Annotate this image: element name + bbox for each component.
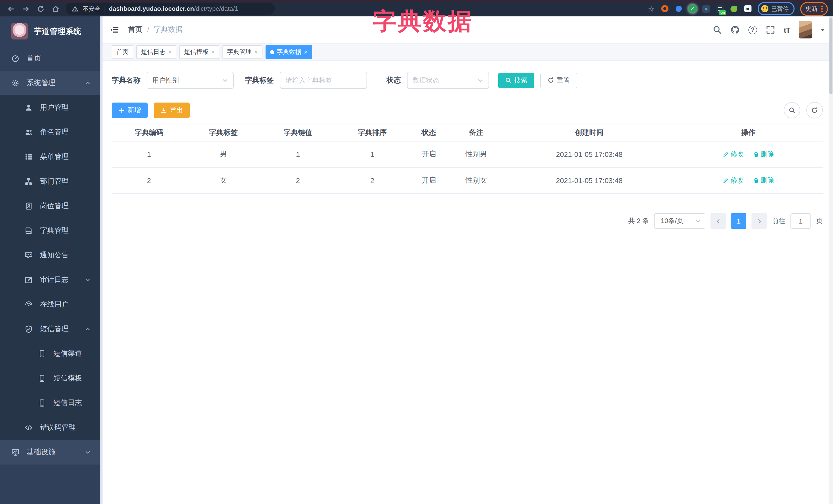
- reset-button[interactable]: 重置: [540, 73, 577, 88]
- col-status: 状态: [410, 124, 448, 141]
- close-icon[interactable]: ×: [211, 49, 215, 55]
- export-button[interactable]: 导出: [154, 102, 190, 118]
- font-size-icon[interactable]: tT: [784, 25, 790, 34]
- app-title: 芋道管理系统: [34, 26, 81, 36]
- goto-page-input[interactable]: [790, 213, 811, 229]
- sidebar: 芋道管理系统 首页 系统管理 用户管理: [0, 17, 100, 504]
- sidebar-item-error-code-management[interactable]: 错误码管理: [0, 415, 100, 440]
- page-content: 字典名称 用户性别 字典标签 状态 数据状态: [102, 61, 833, 504]
- col-actions: 操作: [674, 124, 823, 141]
- sidebar-item-sms-channel[interactable]: 短信渠道: [0, 341, 100, 366]
- phone-icon: [38, 374, 46, 383]
- next-page-button[interactable]: [752, 213, 767, 229]
- address-bar[interactable]: 不安全 dashboard.yudao.iocoder.cn/dict/type…: [66, 3, 275, 15]
- delete-link[interactable]: 删除: [753, 176, 774, 185]
- page-number-1[interactable]: 1: [731, 213, 746, 229]
- app-logo-row[interactable]: 芋道管理系统: [0, 17, 100, 46]
- sidebar-scrollbar[interactable]: [100, 17, 102, 504]
- github-icon[interactable]: [731, 25, 740, 34]
- stats-extension-icon[interactable]: [702, 5, 710, 13]
- breadcrumb-home[interactable]: 首页: [128, 25, 143, 34]
- address-separator: [104, 5, 105, 12]
- sidebar-group-system-management[interactable]: 系统管理: [0, 71, 100, 95]
- prev-page-button[interactable]: [711, 213, 726, 229]
- page-size-select[interactable]: 10条/页: [654, 213, 705, 229]
- sidebar-item-user-management[interactable]: 用户管理: [0, 95, 100, 120]
- goto-label: 前往: [772, 216, 785, 225]
- col-dict-sort: 字典排序: [335, 124, 409, 141]
- gear-icon: [11, 79, 20, 87]
- close-icon[interactable]: ×: [304, 49, 308, 55]
- not-secure-warning-icon: [72, 5, 78, 12]
- breadcrumb-separator: /: [147, 26, 149, 34]
- search-button[interactable]: 搜索: [498, 73, 534, 88]
- screen: 不安全 dashboard.yudao.iocoder.cn/dict/type…: [0, 0, 833, 504]
- dict-label-input[interactable]: [280, 72, 367, 89]
- home-icon[interactable]: [52, 5, 60, 13]
- status-label: 状态: [386, 76, 401, 85]
- col-dict-label: 字典标签: [186, 124, 260, 141]
- help-icon[interactable]: ?: [748, 25, 757, 34]
- sidebar-item-sms-log[interactable]: 短信日志: [0, 391, 100, 415]
- close-icon[interactable]: ×: [168, 49, 172, 55]
- sidebar-group-audit-log[interactable]: 审计日志: [0, 268, 100, 292]
- toggle-search-button[interactable]: [784, 102, 800, 118]
- edit-link[interactable]: 修改: [723, 150, 744, 159]
- adblock-extension-icon[interactable]: [661, 5, 669, 13]
- sidebar-item-role-management[interactable]: 角色管理: [0, 120, 100, 145]
- puzzle-extension-icon[interactable]: [743, 5, 752, 13]
- sidebar-item-home[interactable]: 首页: [0, 46, 100, 71]
- sidebar-item-dept-management[interactable]: 部门管理: [0, 169, 100, 194]
- dict-name-select[interactable]: 用户性别: [147, 72, 234, 89]
- forward-icon[interactable]: [22, 5, 30, 13]
- add-button[interactable]: 新增: [112, 102, 148, 118]
- tab-home[interactable]: 首页: [112, 45, 133, 59]
- pagination: 共 2 条 10条/页 1 前往 页: [112, 213, 823, 229]
- dict-data-table: 字典编码 字典标签 字典键值 字典排序 状态 备注 创建时间 操作 1: [112, 124, 823, 194]
- tab-sms-template[interactable]: 短信模板×: [180, 45, 219, 59]
- sidebar-group-sms-management[interactable]: 短信管理: [0, 317, 100, 341]
- chevron-down-icon: [85, 277, 91, 283]
- edit-log-icon: [25, 276, 33, 284]
- location-extension-icon[interactable]: [674, 5, 683, 13]
- paused-extension-badge[interactable]: 已暂停: [757, 2, 794, 16]
- sidebar-item-dict-management[interactable]: 字典管理: [0, 218, 100, 243]
- status-select[interactable]: 数据状态: [407, 72, 489, 89]
- sprout-extension-icon[interactable]: [730, 5, 738, 13]
- kebab-menu-icon[interactable]: [821, 5, 823, 12]
- sidebar-item-sms-template[interactable]: 短信模板: [0, 366, 100, 391]
- sidebar-item-post-management[interactable]: 岗位管理: [0, 194, 100, 218]
- fullscreen-icon[interactable]: [766, 25, 775, 34]
- search-icon[interactable]: [713, 25, 722, 34]
- fold-sidebar-icon[interactable]: [110, 25, 119, 34]
- onetab-extension-icon[interactable]: on: [716, 5, 724, 13]
- back-icon[interactable]: [7, 5, 15, 13]
- check-extension-icon[interactable]: ✓: [688, 5, 696, 13]
- close-icon[interactable]: ×: [254, 49, 258, 55]
- sidebar-item-menu-management[interactable]: 菜单管理: [0, 145, 100, 169]
- code-icon: [25, 424, 33, 432]
- col-remark: 备注: [448, 124, 504, 141]
- chevron-down-icon: [85, 449, 91, 455]
- edit-link[interactable]: 修改: [723, 176, 744, 185]
- chevron-down-icon: [222, 77, 228, 83]
- scrollbar-thumb[interactable]: [829, 18, 832, 94]
- reload-icon[interactable]: [37, 5, 45, 13]
- user-icon: [25, 103, 33, 112]
- phone-icon: [38, 399, 46, 407]
- sidebar-item-notice-announcement[interactable]: 通知公告: [0, 243, 100, 268]
- app-logo: [11, 23, 28, 40]
- bookmark-star-icon[interactable]: ☆: [648, 5, 655, 13]
- avatar-dropdown-caret[interactable]: [821, 28, 825, 31]
- user-avatar[interactable]: [799, 21, 812, 39]
- browser-scrollbar[interactable]: [829, 17, 833, 504]
- tab-dict-management[interactable]: 字典管理×: [222, 45, 262, 59]
- chevron-up-icon: [85, 80, 91, 86]
- sidebar-group-infrastructure[interactable]: 基础设施: [0, 440, 100, 464]
- sidebar-item-online-users[interactable]: 在线用户: [0, 292, 100, 317]
- delete-link[interactable]: 删除: [753, 150, 774, 159]
- tab-dict-data[interactable]: 字典数据×: [265, 45, 312, 59]
- refresh-table-button[interactable]: [806, 102, 823, 118]
- tab-sms-log[interactable]: 短信日志×: [136, 45, 176, 59]
- browser-update-button[interactable]: 更新: [800, 2, 828, 16]
